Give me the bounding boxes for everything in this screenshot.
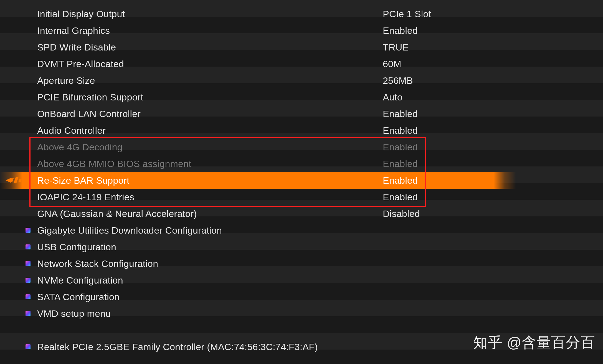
setting-value: 60M bbox=[383, 55, 401, 72]
svg-rect-3 bbox=[19, 179, 22, 182]
setting-label: Aperture Size bbox=[37, 72, 95, 89]
setting-label: Above 4G Decoding bbox=[37, 139, 123, 155]
setting-value: Auto bbox=[383, 89, 402, 105]
submenu-bullet-icon bbox=[26, 311, 31, 316]
setting-spd-write-disable[interactable]: SPD Write DisableTRUE bbox=[0, 39, 603, 55]
setting-re-size-bar-support[interactable]: Re-Size BAR SupportEnabled bbox=[0, 172, 603, 189]
setting-label: Initial Display Output bbox=[37, 6, 125, 22]
setting-dvmt-pre-allocated[interactable]: DVMT Pre-Allocated60M bbox=[0, 55, 603, 72]
setting-gna-gaussian-neural-accelerator[interactable]: GNA (Gaussian & Neural Accelerator)Disab… bbox=[0, 205, 603, 222]
setting-label: Internal Graphics bbox=[37, 22, 110, 39]
setting-ioapic-24-119-entries[interactable]: IOAPIC 24-119 EntriesEnabled bbox=[0, 189, 603, 205]
submenu-label: NVMe Configuration bbox=[37, 272, 123, 289]
submenu-bullet-icon bbox=[26, 344, 31, 349]
setting-pcie-bifurcation-support[interactable]: PCIE Bifurcation SupportAuto bbox=[0, 89, 603, 105]
watermark-text: 知乎 @含量百分百 bbox=[473, 333, 595, 352]
setting-onboard-lan-controller[interactable]: OnBoard LAN ControllerEnabled bbox=[0, 105, 603, 122]
setting-value: Enabled bbox=[383, 172, 418, 189]
submenu-label: Realtek PCIe 2.5GBE Family Controller (M… bbox=[37, 338, 318, 355]
setting-label: Audio Controller bbox=[37, 122, 106, 139]
svg-rect-1 bbox=[9, 178, 14, 182]
submenu-vmd-setup-menu[interactable]: VMD setup menu bbox=[0, 305, 603, 322]
submenu-bullet-icon bbox=[26, 261, 31, 266]
setting-value: Enabled bbox=[383, 105, 418, 122]
submenu-label: Network Stack Configuration bbox=[37, 255, 158, 272]
setting-label: SPD Write Disable bbox=[37, 39, 116, 55]
setting-label: Above 4GB MMIO BIOS assignment bbox=[37, 155, 191, 172]
setting-label: Re-Size BAR Support bbox=[37, 172, 130, 189]
setting-value: Enabled bbox=[383, 139, 418, 155]
setting-value: Disabled bbox=[383, 205, 420, 222]
setting-above-4g-decoding[interactable]: Above 4G DecodingEnabled bbox=[0, 139, 603, 155]
setting-above-4gb-mmio-bios-assignment[interactable]: Above 4GB MMIO BIOS assignmentEnabled bbox=[0, 155, 603, 172]
setting-value: Enabled bbox=[383, 22, 418, 39]
submenu-sata-configuration[interactable]: SATA Configuration bbox=[0, 289, 603, 305]
setting-value: Enabled bbox=[383, 122, 418, 139]
submenu-bullet-icon bbox=[26, 294, 31, 299]
submenu-bullet-icon bbox=[26, 244, 31, 249]
setting-audio-controller[interactable]: Audio ControllerEnabled bbox=[0, 122, 603, 139]
setting-value: Enabled bbox=[383, 155, 418, 172]
submenu-bullet-icon bbox=[26, 278, 31, 283]
bios-settings-screen: 知乎 @含量百分百 Initial Display OutputPCIe 1 S… bbox=[0, 0, 603, 364]
submenu-usb-configuration[interactable]: USB Configuration bbox=[0, 239, 603, 255]
svg-marker-0 bbox=[6, 178, 11, 183]
submenu-network-stack-configuration[interactable]: Network Stack Configuration bbox=[0, 255, 603, 272]
submenu-label: SATA Configuration bbox=[37, 289, 120, 305]
setting-aperture-size[interactable]: Aperture Size256MB bbox=[0, 72, 603, 89]
setting-value: PCIe 1 Slot bbox=[383, 6, 431, 22]
setting-label: GNA (Gaussian & Neural Accelerator) bbox=[37, 205, 197, 222]
setting-label: PCIE Bifurcation Support bbox=[37, 89, 143, 105]
setting-label: IOAPIC 24-119 Entries bbox=[37, 189, 134, 205]
setting-value: Enabled bbox=[383, 189, 418, 205]
setting-internal-graphics[interactable]: Internal GraphicsEnabled bbox=[0, 22, 603, 39]
setting-label: OnBoard LAN Controller bbox=[37, 105, 141, 122]
setting-value: 256MB bbox=[383, 72, 413, 89]
setting-value: TRUE bbox=[383, 39, 409, 55]
cursor-flame-icon bbox=[6, 176, 28, 184]
setting-label: DVMT Pre-Allocated bbox=[37, 55, 124, 72]
submenu-nvme-configuration[interactable]: NVMe Configuration bbox=[0, 272, 603, 289]
svg-rect-2 bbox=[14, 177, 19, 183]
submenu-label: USB Configuration bbox=[37, 239, 116, 255]
submenu-bullet-icon bbox=[26, 228, 31, 233]
submenu-label: VMD setup menu bbox=[37, 305, 111, 322]
setting-initial-display-output[interactable]: Initial Display OutputPCIe 1 Slot bbox=[0, 6, 603, 22]
submenu-gigabyte-utilities-downloader-configuration[interactable]: Gigabyte Utilities Downloader Configurat… bbox=[0, 222, 603, 239]
submenu-label: Gigabyte Utilities Downloader Configurat… bbox=[37, 222, 222, 239]
